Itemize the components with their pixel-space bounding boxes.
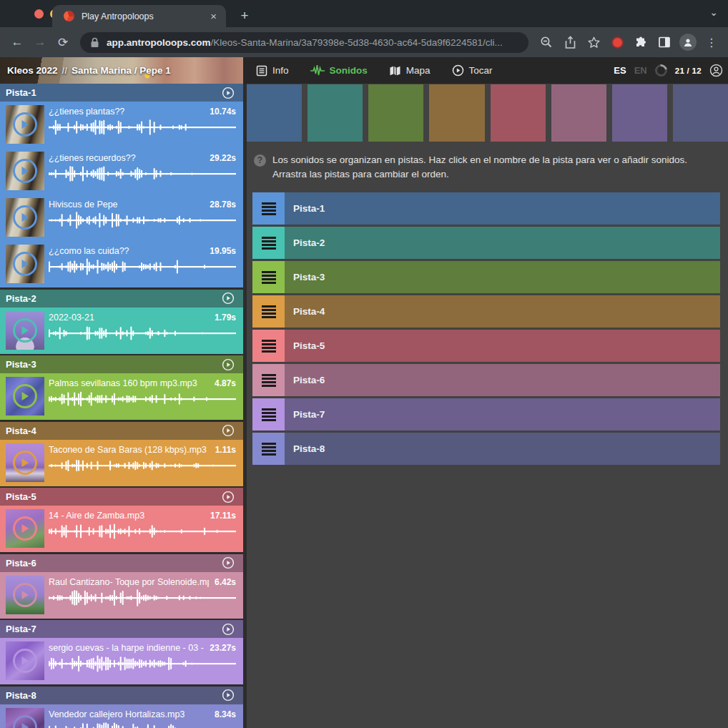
breadcrumb-project[interactable]: Kleos 2022 (7, 65, 58, 76)
audio-clip[interactable]: ¿¿tienes recuerdos??29.22s (0, 148, 243, 195)
close-window-button[interactable] (34, 9, 44, 19)
track-row-body[interactable]: Pista-1 (285, 192, 720, 225)
track-name[interactable]: Pista-6 (6, 558, 36, 569)
track-name[interactable]: Pista-1 (6, 87, 36, 98)
track-section-header[interactable]: Pista-2 (0, 290, 243, 308)
drag-handle-icon[interactable] (252, 295, 285, 328)
audio-clip[interactable]: Vendedor callejero Hortalizas.mp38.34s (0, 704, 243, 728)
drag-handle-icon[interactable] (252, 398, 285, 431)
clip-thumbnail[interactable] (6, 198, 44, 237)
track-row-label[interactable]: Pista-5 (293, 340, 325, 351)
tab-info[interactable]: Info (256, 65, 289, 77)
extensions-puzzle-icon[interactable] (631, 33, 650, 51)
track-play-icon[interactable] (222, 424, 235, 437)
track-row[interactable]: Pista-5 (252, 330, 720, 362)
audio-clip[interactable]: ¿¿tienes plantas??10.74s (0, 102, 243, 148)
reload-button[interactable]: ⟳ (53, 32, 73, 52)
track-play-icon[interactable] (222, 623, 235, 636)
tab-search-chevron-icon[interactable]: ⌄ (709, 6, 718, 18)
clip-thumbnail[interactable] (6, 509, 44, 548)
side-panel-icon[interactable] (655, 33, 674, 51)
track-row-label[interactable]: Pista-6 (293, 375, 325, 385)
track-row[interactable]: Pista-3 (252, 261, 720, 293)
browser-tab[interactable]: Play Antropoloops × (52, 5, 226, 27)
tab-sonidos[interactable]: Sonidos (310, 65, 368, 77)
clip-thumbnail[interactable] (6, 443, 44, 482)
track-section-header[interactable]: Pista-8 (0, 687, 243, 704)
clip-thumbnail[interactable] (6, 641, 44, 680)
track-section-header[interactable]: Pista-3 (0, 355, 243, 373)
lang-es-button[interactable]: ES (614, 65, 626, 76)
track-name[interactable]: Pista-5 (6, 491, 36, 502)
track-row[interactable]: Pista-2 (252, 227, 720, 259)
clip-thumbnail[interactable] (6, 105, 44, 144)
track-row[interactable]: Pista-8 (252, 433, 720, 465)
track-play-icon[interactable] (222, 491, 235, 503)
track-row-label[interactable]: Pista-1 (293, 203, 325, 214)
map-photo-banner[interactable]: Kleos 2022//Santa Marina / Pepe 1 (0, 57, 243, 84)
clip-thumbnail[interactable] (6, 152, 44, 190)
track-row-label[interactable]: Pista-2 (293, 237, 325, 248)
track-row-body[interactable]: Pista-3 (285, 261, 720, 293)
track-name[interactable]: Pista-7 (6, 624, 36, 634)
track-section-header[interactable]: Pista-6 (0, 554, 243, 572)
back-button[interactable]: ← (7, 32, 27, 52)
address-bar[interactable]: app.antropoloops.com/Kleos-Santa-Marina/… (80, 32, 528, 53)
clip-play-icon[interactable] (13, 159, 37, 183)
audio-clip[interactable]: Taconeo de Sara Baras (128 kbps).mp31.11… (0, 440, 243, 486)
clip-play-icon[interactable] (13, 583, 37, 607)
drag-handle-icon[interactable] (252, 433, 285, 465)
track-section-header[interactable]: Pista-5 (0, 488, 243, 506)
zoom-icon[interactable] (537, 33, 556, 51)
track-name[interactable]: Pista-4 (6, 426, 36, 436)
share-icon[interactable] (561, 33, 579, 51)
track-row-body[interactable]: Pista-8 (285, 433, 720, 465)
drag-handle-icon[interactable] (252, 261, 285, 293)
bookmark-star-icon[interactable] (584, 33, 603, 51)
tab-tocar[interactable]: Tocar (452, 64, 493, 77)
clip-thumbnail[interactable] (6, 245, 44, 283)
audio-clip[interactable]: sergio cuevas - la harpe indienne - 03 -… (0, 638, 243, 684)
track-play-icon[interactable] (222, 358, 235, 371)
track-row-body[interactable]: Pista-6 (285, 364, 720, 396)
drag-handle-icon[interactable] (252, 192, 285, 225)
clip-thumbnail[interactable] (6, 377, 44, 415)
forward-button[interactable]: → (30, 32, 50, 52)
track-play-icon[interactable] (222, 556, 235, 569)
audio-clip[interactable]: Raul Cantizano- Toque por Solenoide.mp36… (0, 572, 243, 619)
track-row-body[interactable]: Pista-2 (285, 227, 720, 259)
clip-thumbnail[interactable] (6, 576, 44, 614)
track-name[interactable]: Pista-2 (6, 293, 36, 304)
track-row-label[interactable]: Pista-4 (293, 306, 325, 317)
track-section-header[interactable]: Pista-4 (0, 422, 243, 440)
track-row-label[interactable]: Pista-3 (293, 272, 325, 282)
track-row[interactable]: Pista-7 (252, 398, 720, 431)
track-play-icon[interactable] (222, 689, 235, 702)
audio-clip[interactable]: ¿¿como las cuida??19.95s (0, 241, 243, 287)
clip-play-icon[interactable] (13, 715, 37, 728)
track-row-label[interactable]: Pista-7 (293, 409, 325, 420)
clip-play-icon[interactable] (13, 318, 37, 343)
track-play-icon[interactable] (222, 292, 235, 305)
record-extension-icon[interactable] (608, 33, 626, 51)
tab-mapa[interactable]: Mapa (389, 65, 431, 77)
clip-play-icon[interactable] (13, 649, 37, 673)
track-row[interactable]: Pista-4 (252, 295, 720, 328)
browser-menu-icon[interactable]: ⋮ (702, 33, 721, 51)
clip-thumbnail[interactable] (6, 708, 44, 728)
audio-clip[interactable]: 14 - Aire de Zamba.mp317.11s (0, 506, 243, 552)
track-section-header[interactable]: Pista-7 (0, 620, 243, 638)
audio-clip[interactable]: Palmas sevillanas 160 bpm mp3.mp34.87s (0, 373, 243, 420)
clip-play-icon[interactable] (13, 252, 37, 276)
account-circle-icon[interactable] (709, 64, 723, 77)
new-tab-button[interactable]: + (236, 7, 253, 24)
lang-en-button[interactable]: EN (634, 65, 647, 76)
breadcrumb-session[interactable]: Santa Marina / Pepe 1 (72, 65, 171, 76)
drag-handle-icon[interactable] (252, 364, 285, 396)
tab-close-icon[interactable]: × (208, 10, 219, 22)
clip-thumbnail[interactable] (6, 311, 44, 350)
profile-avatar[interactable] (679, 33, 697, 51)
breadcrumb[interactable]: Kleos 2022//Santa Marina / Pepe 1 (0, 65, 171, 76)
track-row-body[interactable]: Pista-4 (285, 295, 720, 328)
track-name[interactable]: Pista-3 (6, 359, 36, 370)
